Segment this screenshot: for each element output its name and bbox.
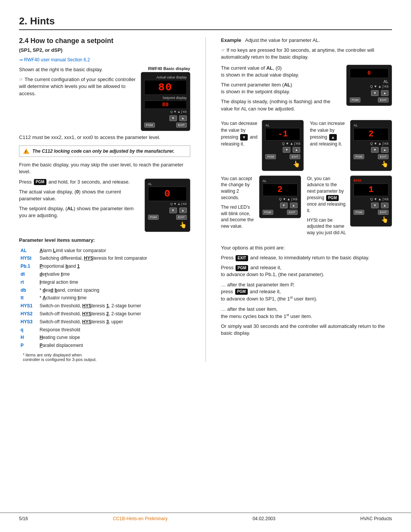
param-db-code: db xyxy=(19,286,38,294)
pgm-accept: PGM xyxy=(263,210,273,215)
decrease-text: You can decrease the value by pressing ▼… xyxy=(221,120,258,147)
exit-btn-right1: EXIT xyxy=(378,97,389,102)
param-q-desc: Response threshold xyxy=(38,326,190,334)
nav-accept: ▼ ▲ xyxy=(263,203,298,208)
table-row: P Parallel displacement xyxy=(19,342,190,350)
table-row: Pb.1 Proportional band 1 xyxy=(19,262,190,270)
decrease-section: You can decrease the value by pressing ▼… xyxy=(221,120,304,171)
nav-plus2: ▼ ▲ xyxy=(354,147,389,153)
btns-accept: Q ▼ ▲ ∫ K6 xyxy=(263,197,298,201)
exit-minus1: EXIT xyxy=(290,154,300,159)
current-al-line1: The current value of AL, (0)is shown in … xyxy=(221,65,343,78)
param-table: AL Alarm Limit value for comparator HYSt… xyxy=(19,247,190,350)
left-column: 2.4 How to change a setpoint (SP1, SP2, … xyxy=(19,37,190,362)
advance-text: Or, you can advance to the next paramete… xyxy=(307,176,347,239)
exit-btn-basic: EXIT xyxy=(176,123,187,128)
note-tape-icon: ☞ xyxy=(19,77,23,82)
warning-icon xyxy=(23,149,29,154)
table-row: db * dead band, contact spacing xyxy=(19,286,190,294)
param-tt-desc: * Actuator running time xyxy=(38,294,190,302)
setpoint-label: Setpoint display xyxy=(144,96,187,100)
wait-30s-text: Or simply wait 30 seconds and the contro… xyxy=(221,323,392,337)
device-hyst: HYSt 1 Q ▼ ▲ ∫ K6 ▼ ▲ PGM EXIT 👆 xyxy=(350,176,392,227)
rwf40-link[interactable]: ⇒ RWF40 user manual Section 6.2 xyxy=(19,57,90,62)
exit-inline: EXIT xyxy=(236,255,248,261)
al-label-accept: AL xyxy=(263,179,298,183)
finger-icon-dec: 👆 xyxy=(265,160,300,168)
footer-right: HVAC Products xyxy=(360,516,392,521)
param-p-desc: Parallel displacement xyxy=(38,342,190,350)
param-hyst-desc: Switching differential, HYSteresis for l… xyxy=(38,254,190,262)
table-row: HYS1 Switch-on threshold, HYSteresis 1, … xyxy=(19,302,190,310)
param-pb1-code: Pb.1 xyxy=(19,262,38,270)
page-title: 2. Hints xyxy=(19,15,392,30)
exit-hyst: EXIT xyxy=(378,210,389,215)
table-row: rt Integral action time xyxy=(19,278,190,286)
increase-section: You can increase the value by pressing ▲… xyxy=(310,120,392,171)
actual-value-desc: The actual value display, (0) shows the … xyxy=(19,189,139,202)
basic-display-nav: ▼ ▲ xyxy=(144,115,187,121)
warning-box: The C112 locking code can only be adjust… xyxy=(19,145,190,157)
device-plus2: AL 2 Q ▼ ▲ ∫ K6 ▼ ▲ PGM EXIT 👆 xyxy=(350,120,392,171)
param-p-code: P xyxy=(19,342,38,350)
basic-display-label: RWF40 Basic display xyxy=(141,66,190,71)
basic-display-panel: RWF40 Basic display Actual value display… xyxy=(141,66,190,131)
q-v-a-j-k6: Q ▼ ▲ ∫ K6 xyxy=(350,85,389,88)
pgm-btn-basic: PGM xyxy=(144,123,155,128)
pgm-inline-advance: PGM xyxy=(326,195,339,201)
device-nav-arrows: ▼ ▲ xyxy=(148,208,187,213)
al-label-inc: AL xyxy=(354,123,389,127)
nav-hyst: ▼ ▲ xyxy=(354,203,389,208)
right-display-text: The current value of AL, (0)is shown in … xyxy=(221,65,343,115)
param-hys1-desc: Switch-on threshold, HYSteresis 1, 2-sta… xyxy=(38,302,190,310)
column-separator xyxy=(206,37,206,362)
accept-section: You can accept the change by waiting 2 s… xyxy=(221,176,301,239)
param-hyst-code: HYSt xyxy=(19,254,38,262)
pgm-inline-btn: PGM xyxy=(34,179,46,185)
device-minus1: AL -1 Q ▼ ▲ ∫ K6 ▼ ▲ PGM EXIT 👆 xyxy=(262,120,304,171)
display-plus2: 2 xyxy=(354,128,389,141)
finger-icon-left: 👆 xyxy=(148,221,187,228)
pgm-btn-small: PGM xyxy=(148,215,159,220)
exit-plus2: EXIT xyxy=(378,154,389,159)
param-hys3-desc: Switch-off threshold, HYSteresis 3, uppe… xyxy=(38,318,190,326)
example-label: Example xyxy=(221,37,241,43)
advance-section: Or, you can advance to the next paramete… xyxy=(307,176,392,239)
param-hys2-code: HYS2 xyxy=(19,310,38,318)
al-0-display: 0 AL Q ▼ ▲ ∫ K6 ▼ ▲ PGM EXIT xyxy=(346,65,392,106)
hyst-label: HYSt xyxy=(354,179,389,183)
note-keys-text: ☞ If no keys are pressed for 30 seconds,… xyxy=(221,47,392,61)
param-dt-code: dt xyxy=(19,270,38,278)
pgm-btn-right1: PGM xyxy=(350,97,360,102)
finger-icon-hyst: 👆 xyxy=(354,216,389,223)
pgm-inline-pb1: PGM xyxy=(236,265,248,271)
footer: 5/16 CC1B-Hints-en Preliminary 04.02.200… xyxy=(0,513,411,524)
btns-minus1: Q ▼ ▲ ∫ K6 xyxy=(265,142,300,145)
footer-center: CC1B-Hints-en Preliminary xyxy=(113,516,167,521)
param-rt-code: rt xyxy=(19,278,38,286)
press-pgm-text: Press PGM and hold, for 3 seconds, and r… xyxy=(19,179,139,185)
pgm-plus2: PGM xyxy=(354,154,364,159)
param-hys1-code: HYS1 xyxy=(19,302,38,310)
exit-accept: EXIT xyxy=(287,210,298,215)
param-db-desc: * dead band, contact spacing xyxy=(38,286,190,294)
al-0-top: 0 xyxy=(350,68,389,78)
table-row: dt derivative time xyxy=(19,270,190,278)
accept-advance-row: You can accept the change by waiting 2 s… xyxy=(221,176,392,239)
table-row: H Heating curve slope xyxy=(19,334,190,342)
param-h-code: H xyxy=(19,334,38,342)
param-h-desc: Heating curve slope xyxy=(38,334,190,342)
actual-value-label: Actual value display xyxy=(144,75,187,79)
small-device-panel-left: AL 0 Q ▼ ▲ ∫ K6 ▼ ▲ PGM EXIT 👆 xyxy=(145,179,190,232)
accept-text: You can accept the change by waiting 2 s… xyxy=(221,176,255,233)
device-screen-0: 0 xyxy=(148,187,187,201)
finger-icon-inc: 👆 xyxy=(354,160,389,168)
display-steady-text: The display is steady, (nothing is flash… xyxy=(221,98,343,112)
param-rt-desc: Integral action time xyxy=(38,278,190,286)
shown-right-text: Shown at the right is the basic display. xyxy=(19,66,136,73)
display-hyst-val: 1 xyxy=(354,184,389,196)
btns-plus2: Q ▼ ▲ ∫ K6 xyxy=(354,142,389,145)
example-text: Adjust the value for parameter AL. xyxy=(245,37,320,43)
table-row: AL Alarm Limit value for comparator xyxy=(19,247,190,255)
exit-release-text: Press EXIT and release, to immediately r… xyxy=(221,254,392,261)
